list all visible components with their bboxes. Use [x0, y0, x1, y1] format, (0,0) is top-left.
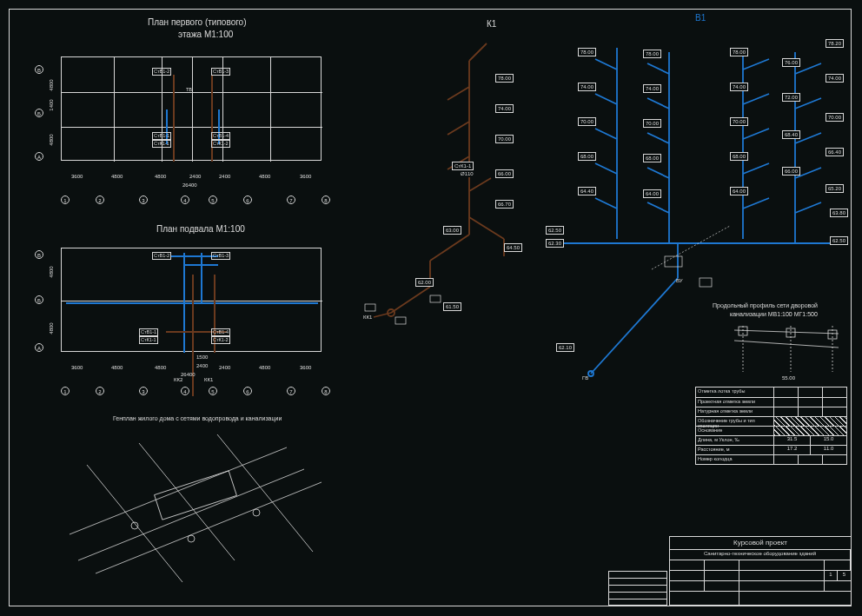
k1-elev-63: 63.00: [443, 226, 461, 235]
dim-2400: 2400: [189, 174, 201, 179]
pt-row-6: Расстояние, м: [696, 446, 774, 454]
axis-7: 7: [287, 195, 295, 204]
riser-stk1-1: СтК1-1: [152, 140, 171, 148]
k1-elev-66: 66.00: [495, 169, 514, 178]
pt-row-7: Номер колодца: [696, 455, 774, 464]
riser-stk1-2: СтК1-2: [211, 140, 230, 148]
axis-3: 3: [139, 195, 148, 204]
profile-table: Отметка лотка трубы Проектная отметка зе…: [695, 387, 847, 465]
k1-elev-62: 62.00: [415, 278, 434, 287]
b1-vu: ВУ: [676, 278, 683, 283]
axis-A: А: [35, 152, 43, 161]
svg-line-46: [595, 198, 617, 209]
riser-stv1-1: СтВ1-1: [152, 132, 171, 140]
b1-gv: ГВ: [582, 375, 588, 381]
svg-line-39: [647, 133, 669, 143]
p2-dim-3600-2: 3600: [300, 365, 311, 370]
p2-riser-stk1-2: СтК1-2: [211, 336, 230, 344]
pipe-2400: 2400: [196, 363, 208, 368]
svg-line-54: [652, 226, 730, 269]
axis-B: Б: [35, 109, 43, 117]
p2-axis-2: 2: [96, 387, 104, 395]
svg-line-20: [391, 287, 430, 313]
p2-riser-stk1-1: СтК1-1: [139, 336, 158, 344]
k1-elev-74: 74.00: [495, 104, 514, 113]
k1-title: К1: [487, 19, 496, 29]
riser-stv1-2: СтВ1-2: [152, 68, 171, 76]
p2-axis-B: Б: [35, 295, 43, 304]
riser-stv1-3: СтВ1-3: [211, 68, 230, 76]
p2-axis-5: 5: [209, 387, 217, 395]
dim-3600-1: 3600: [71, 174, 83, 179]
dim-v4800-1: 4800: [49, 79, 54, 90]
svg-rect-56: [700, 278, 712, 287]
b1-el-6640: 66.40: [826, 148, 844, 156]
dim-4800-2: 4800: [155, 174, 166, 179]
svg-point-9: [253, 509, 260, 516]
b1-el-6520: 65.20: [826, 184, 844, 193]
k1-kk1: КК1: [363, 315, 372, 320]
b1-el-74: 74.00: [826, 74, 844, 83]
p2-axis-6: 6: [243, 387, 252, 395]
b1-mid-64: 64.00: [643, 189, 661, 198]
p2-axis-V: В: [35, 250, 43, 259]
p2-axis-1: 1: [61, 387, 70, 395]
svg-line-49: [795, 202, 821, 213]
dim-3600-2: 3600: [300, 174, 311, 179]
dim-v1400-1: 1400: [49, 99, 54, 110]
svg-line-52: [591, 278, 678, 374]
axis-5: 5: [209, 195, 217, 204]
profile-length: 55.00: [782, 375, 795, 381]
k1-elev-66.7: 66.70: [495, 200, 514, 209]
b1-el-7820: 78.20: [826, 39, 844, 48]
dim-4800-1: 4800: [111, 174, 123, 179]
pt-row-4: Основание: [696, 427, 774, 435]
k1-elev-78: 78.00: [495, 74, 514, 83]
svg-line-17: [469, 217, 504, 239]
p2-riser-stv1-4: СтВ1-4: [211, 328, 230, 336]
tb-sheet: 1: [825, 571, 838, 580]
svg-line-16: [430, 235, 469, 261]
titleblock: Курсовой проект Санитарно-техническое об…: [669, 536, 852, 606]
svg-line-31: [647, 63, 669, 74]
k1-elev-61.5: 61.50: [443, 302, 461, 311]
p2-axis-3: 3: [139, 387, 148, 395]
b1-r-70: 70.00: [730, 117, 748, 126]
pt-dist-0: 17.2: [774, 446, 811, 454]
svg-line-32: [743, 59, 769, 70]
p2-dim-v4800-2: 4800: [49, 322, 54, 334]
b1-el-6230: 62.30: [546, 239, 564, 248]
plan2-outline: [61, 248, 322, 352]
b1-r-74: 74.00: [730, 83, 748, 91]
b1-el-6250r: 62.50: [830, 236, 848, 245]
svg-line-58: [734, 341, 839, 348]
svg-line-44: [743, 163, 769, 174]
b1-el-66: 66.00: [782, 167, 800, 176]
b1-r-64: 64.00: [730, 187, 748, 195]
p2-dim-total: 26400: [181, 372, 196, 377]
p2-dim-3600-1: 3600: [71, 365, 83, 370]
p2-riser-stv1-3: СтВ1-3: [211, 252, 230, 260]
b1-el-6380: 63.80: [830, 209, 848, 217]
tb-sheets: 5: [838, 571, 851, 580]
plan1-title-line1: План первого (типового): [148, 17, 247, 27]
svg-line-12: [448, 87, 469, 100]
axis-2: 2: [96, 195, 104, 204]
svg-line-35: [647, 98, 669, 109]
k1-elev-70: 70.00: [495, 135, 514, 143]
plan1-title-line2: этажа М1:100: [178, 30, 233, 39]
svg-line-3: [87, 465, 182, 582]
b1-r-78: 78.00: [730, 48, 748, 56]
p2-dim-4800-1: 4800: [111, 365, 123, 370]
p2-axis-7: 7: [287, 387, 295, 395]
dim-v4800-2: 4800: [49, 134, 54, 145]
svg-rect-25: [430, 295, 441, 302]
svg-line-4: [139, 443, 235, 560]
kk2-label: КК2: [174, 377, 182, 382]
svg-line-38: [595, 129, 617, 139]
k1-pipe: Ø110: [459, 170, 475, 177]
b1-el-70l: 70.00: [578, 117, 596, 126]
b1-el-76: 76.00: [782, 58, 800, 67]
kk1-label: КК1: [204, 377, 213, 382]
pipe-1500: 1500: [196, 354, 208, 360]
